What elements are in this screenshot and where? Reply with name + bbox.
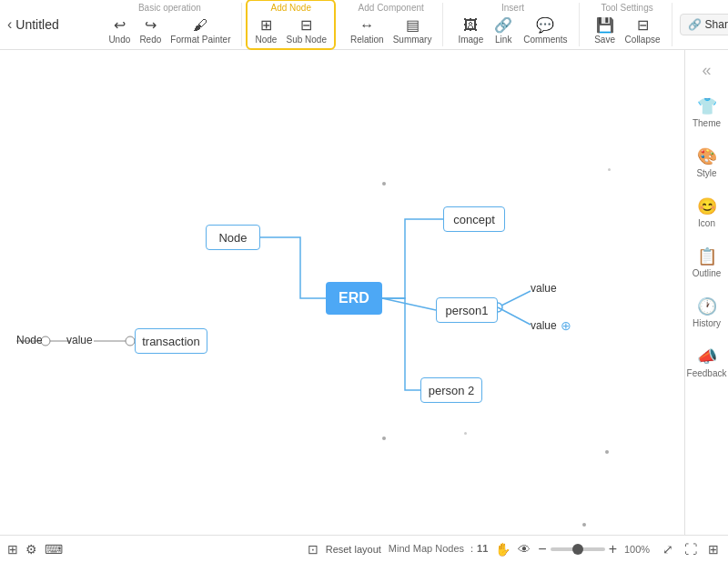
sidebar-item-style[interactable]: 🎨 Style — [687, 141, 727, 184]
node-label-text: Node — [16, 334, 43, 346]
sidebar-item-theme[interactable]: 👕 Theme — [687, 91, 727, 134]
undo-icon: ↩ — [114, 16, 126, 34]
main-area: ERD Node concept person1 person 2 transa… — [0, 50, 728, 535]
comments-icon: 💬 — [536, 16, 554, 34]
insert-items: 🖼 Image 🔗 Link 💬 Comments — [454, 15, 571, 46]
dot3 — [464, 432, 467, 435]
zoom-controls: − + 100% — [538, 541, 653, 557]
fit-view-button[interactable]: ⤢ — [661, 540, 675, 558]
redo-icon: ↪ — [145, 16, 157, 34]
concept-node[interactable]: concept — [443, 206, 505, 232]
collapse-button[interactable]: ⊟ Collapse — [622, 15, 664, 46]
layout-icon[interactable]: ⊡ — [308, 542, 318, 557]
image-button[interactable]: 🖼 Image — [454, 15, 487, 46]
map-nodes-label: Mind Map Nodes ：11 — [389, 542, 488, 556]
zoom-percent: 100% — [621, 544, 653, 555]
value1-text: value — [531, 282, 557, 295]
basic-operation-label: Basic operation — [138, 3, 201, 13]
add-value-icon[interactable]: ⊕ — [561, 318, 571, 333]
zoom-slider-thumb — [572, 544, 583, 555]
comments-button[interactable]: 💬 Comments — [520, 15, 571, 46]
summary-button[interactable]: ▤ Summary — [389, 15, 436, 46]
insert-label: Insert — [501, 3, 524, 13]
tool-settings-label: Tool Settings — [601, 3, 652, 13]
add-component-items: ↔ Relation ▤ Summary — [347, 15, 436, 46]
undo-button[interactable]: ↩ Undo — [105, 15, 134, 46]
topbar: ‹ Untitled Basic operation ↩ Undo ↪ Redo… — [0, 0, 728, 50]
sidebar-item-icon[interactable]: 😊 Icon — [687, 191, 727, 234]
document-title: Untitled — [15, 17, 79, 32]
basic-operation-group: Basic operation ↩ Undo ↪ Redo 🖌 Format P… — [97, 3, 242, 46]
canvas[interactable]: ERD Node concept person1 person 2 transa… — [0, 50, 684, 535]
zoom-plus-button[interactable]: + — [609, 541, 617, 557]
dot1 — [382, 182, 386, 186]
grid-icon[interactable]: ⊞ — [7, 542, 18, 557]
save-icon: 💾 — [596, 16, 614, 34]
zoom-slider[interactable] — [551, 547, 605, 551]
node-topleft[interactable]: Node — [206, 225, 260, 250]
link-icon: 🔗 — [494, 16, 512, 34]
expand-button[interactable]: ⊞ — [706, 540, 721, 558]
dot6 — [582, 523, 586, 527]
sidebar-collapse-button[interactable]: « — [698, 57, 714, 84]
relation-button[interactable]: ↔ Relation — [347, 15, 388, 46]
person1-node[interactable]: person1 — [436, 297, 498, 323]
share-button[interactable]: 🔗 Share — [680, 14, 728, 35]
value2-text: value ⊕ — [531, 318, 571, 333]
settings-icon[interactable]: ⚙ — [25, 542, 37, 557]
insert-group: Insert 🖼 Image 🔗 Link 💬 Comments — [447, 3, 579, 46]
redo-button[interactable]: ↪ Redo — [136, 15, 165, 46]
save-button[interactable]: 💾 Save — [591, 15, 620, 46]
outline-icon: 📋 — [697, 246, 717, 266]
relation-icon: ↔ — [359, 17, 374, 34]
fullscreen-button[interactable]: ⛶ — [682, 540, 699, 558]
format-painter-icon: 🖌 — [193, 17, 207, 34]
bottombar: ⊞ ⚙ ⌨ ⊡ Reset layout Mind Map Nodes ：11 … — [0, 535, 728, 562]
tool-settings-group: Tool Settings 💾 Save ⊟ Collapse — [583, 3, 672, 46]
reset-layout-button[interactable]: Reset layout — [326, 544, 381, 555]
add-component-group: Add Component ↔ Relation ▤ Summary — [339, 3, 444, 46]
share-icon: 🔗 — [688, 18, 702, 31]
sidebar-item-outline[interactable]: 📋 Outline — [687, 241, 727, 284]
theme-icon: 👕 — [697, 96, 717, 116]
history-icon: 🕐 — [697, 296, 717, 316]
add-node-group: Add Node ⊞ Node ⊟ Sub Node — [246, 0, 335, 50]
back-button[interactable]: ‹ — [7, 14, 12, 35]
svg-point-2 — [126, 336, 135, 346]
node-button[interactable]: ⊞ Node — [251, 15, 280, 46]
add-component-label: Add Component — [359, 3, 424, 13]
person2-node[interactable]: person 2 — [420, 377, 482, 403]
dot2 — [608, 168, 611, 171]
value-label-text: value — [66, 334, 93, 346]
zoom-minus-button[interactable]: − — [538, 541, 546, 557]
erd-node[interactable]: ERD — [326, 282, 382, 315]
add-node-label: Add Node — [270, 3, 310, 13]
sidebar-item-history[interactable]: 🕐 History — [687, 291, 727, 334]
sub-node-button[interactable]: ⊟ Sub Node — [282, 15, 329, 46]
style-icon: 🎨 — [697, 146, 717, 166]
add-node-items: ⊞ Node ⊟ Sub Node — [251, 15, 329, 46]
sub-node-icon: ⊟ — [300, 16, 312, 34]
node-icon: ⊞ — [260, 16, 272, 34]
link-button[interactable]: 🔗 Link — [489, 15, 518, 46]
icon-icon: 😊 — [697, 196, 717, 216]
basic-operation-items: ↩ Undo ↪ Redo 🖌 Format Painter — [105, 15, 234, 46]
eye-icon[interactable]: 👁 — [518, 542, 531, 557]
summary-icon: ▤ — [406, 16, 420, 34]
image-icon: 🖼 — [463, 17, 478, 34]
hand-icon[interactable]: ✋ — [495, 542, 511, 557]
tool-settings-items: 💾 Save ⊟ Collapse — [591, 15, 664, 46]
dot5 — [605, 450, 609, 454]
dot4 — [382, 437, 386, 440]
keyboard-icon[interactable]: ⌨ — [45, 542, 63, 557]
format-painter-button[interactable]: 🖌 Format Painter — [167, 15, 234, 46]
collapse-icon: ⊟ — [637, 16, 649, 34]
right-sidebar: « 👕 Theme 🎨 Style 😊 Icon 📋 Outline 🕐 His… — [684, 50, 728, 535]
feedback-icon: 📣 — [697, 346, 717, 366]
transaction-node[interactable]: transaction — [135, 328, 207, 354]
sidebar-item-feedback[interactable]: 📣 Feedback — [687, 341, 727, 384]
